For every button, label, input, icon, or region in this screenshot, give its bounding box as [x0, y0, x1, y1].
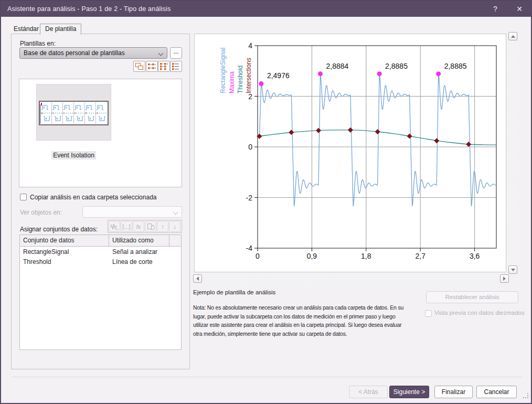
- svg-text:Intersections: Intersections: [245, 58, 252, 93]
- analysis-wizard-dialog: Asistente para análisis - Paso 1 de 2 - …: [0, 0, 532, 404]
- move-up-icon: ↑: [157, 221, 168, 232]
- analysis-preview-chart: 00,91,82,73,6-4-20242,49762,88842,88852,…: [194, 34, 506, 272]
- view-list-button[interactable]: [158, 61, 170, 72]
- column-header-spacer: [169, 235, 181, 246]
- templates-in-label: Plantillas en:: [20, 40, 56, 47]
- svg-text:0: 0: [256, 252, 260, 260]
- help-button[interactable]: ?: [487, 1, 504, 17]
- finish-button[interactable]: Finalizar: [434, 386, 473, 398]
- svg-text:RectangleSignal: RectangleSignal: [219, 48, 227, 93]
- chart-vertical-scrollbar[interactable]: [508, 31, 518, 275]
- tab-estandar[interactable]: Estándar: [12, 24, 40, 34]
- view-details-button[interactable]: [170, 61, 182, 72]
- back-button: < Atrás: [349, 386, 388, 398]
- svg-text:0: 0: [248, 143, 252, 151]
- chart-horizontal-scrollbar[interactable]: [193, 274, 509, 284]
- svg-text:Threshold: Threshold: [237, 66, 244, 93]
- next-button[interactable]: Siguiente >: [389, 386, 429, 398]
- close-button[interactable]: ✕: [511, 1, 528, 17]
- details-view-icon: [171, 62, 181, 71]
- svg-text:-4: -4: [246, 244, 253, 252]
- svg-text:2,4976: 2,4976: [267, 71, 290, 80]
- table-row[interactable]: Threshold Línea de corte: [20, 258, 181, 267]
- window-title: Asistente para análisis - Paso 1 de 2 - …: [7, 1, 171, 17]
- cancel-button[interactable]: Cancelar: [476, 386, 517, 398]
- used-as-cell: Línea de corte: [109, 258, 169, 267]
- scroll-right-button[interactable]: [500, 274, 509, 283]
- ellipsis-tool-icon: [...]: [121, 221, 132, 232]
- copy-analysis-label: Copiar análisis en cada carpeta seleccio…: [30, 194, 156, 201]
- svg-text:0,9: 0,9: [307, 252, 317, 260]
- signal-tool-icon: ∞: [109, 221, 120, 232]
- move-down-icon: ↓: [169, 221, 180, 232]
- view-large-icons-button[interactable]: [133, 61, 145, 72]
- scroll-up-button[interactable]: [508, 32, 517, 40]
- list-view-icon: [159, 62, 169, 71]
- svg-text:∞: ∞: [115, 227, 118, 231]
- up-arrow-icon: [511, 35, 515, 38]
- used-as-cell: Señal a analizar: [109, 248, 169, 257]
- dataset-cell: Threshold: [20, 258, 109, 267]
- large-icons-view-icon: [134, 62, 144, 71]
- svg-text:1,8: 1,8: [361, 252, 371, 260]
- scroll-down-button[interactable]: [508, 265, 517, 274]
- template-thumbnail-chart: [39, 101, 109, 125]
- down-arrow-icon: [511, 269, 515, 271]
- view-small-icons-button[interactable]: [146, 61, 158, 72]
- scroll-left-button[interactable]: [193, 274, 202, 283]
- template-name[interactable]: Event Isolation: [36, 152, 111, 159]
- chevron-down-icon: [159, 51, 163, 56]
- copy-analysis-checkbox[interactable]: [20, 194, 27, 200]
- view-objects-label: Ver objetos en:: [20, 209, 62, 216]
- svg-text:2,8884: 2,8884: [326, 62, 348, 70]
- column-header-dataset[interactable]: Conjunto de datos: [20, 235, 109, 246]
- column-header-used-as[interactable]: Utilizado como: [109, 235, 169, 246]
- small-icons-view-icon: [147, 62, 157, 71]
- browse-templates-button[interactable]: ...: [170, 47, 182, 59]
- titlebar: Asistente para análisis - Paso 1 de 2 - …: [1, 1, 531, 17]
- footer-separator: [12, 377, 523, 377]
- tab-de-plantilla[interactable]: De plantilla: [40, 24, 81, 35]
- note-text: Nota: No es absolutamente necesario crea…: [193, 303, 424, 338]
- svg-text:2,8885: 2,8885: [444, 62, 467, 70]
- reset-analysis-button[interactable]: Restablecer análisis: [426, 291, 518, 303]
- svg-text:3,6: 3,6: [470, 252, 480, 260]
- templates-combobox-value: Base de datos personal de plantillas: [24, 49, 125, 57]
- datasets-table: Conjunto de datos Utilizado como Rectang…: [19, 235, 182, 350]
- svg-text:2,8885: 2,8885: [385, 62, 408, 70]
- table-row[interactable]: RectangleSignal Señal a analizar: [20, 248, 181, 257]
- assign-datasets-label: Asignar conjuntos de datos:: [20, 226, 98, 233]
- templates-combobox[interactable]: Base de datos personal de plantillas: [19, 47, 167, 59]
- preview-decimated-checkbox: [425, 310, 432, 317]
- resize-grip[interactable]: [523, 393, 528, 398]
- svg-text:-2: -2: [246, 194, 253, 202]
- chevron-down-icon: [174, 210, 178, 215]
- svg-text:4: 4: [248, 41, 252, 50]
- datasets-table-header: Conjunto de datos Utilizado como: [20, 235, 181, 247]
- view-objects-combobox: [82, 206, 182, 218]
- left-arrow-icon: [196, 277, 199, 281]
- svg-text:2,7: 2,7: [415, 252, 425, 260]
- example-label: Ejemplo de plantilla de análisis: [193, 289, 275, 295]
- preview-decimated-label: Vista previa con datos diezmados: [434, 310, 525, 316]
- svg-text:Maxima: Maxima: [228, 71, 236, 93]
- right-arrow-icon: [503, 277, 506, 281]
- dataset-cell: RectangleSignal: [20, 248, 109, 257]
- paste-tool-icon: [145, 221, 156, 232]
- formula-tool-icon: fx: [133, 221, 144, 232]
- assign-datasets-toolbar: ∞ [...] fx ↑ ↓: [108, 220, 182, 233]
